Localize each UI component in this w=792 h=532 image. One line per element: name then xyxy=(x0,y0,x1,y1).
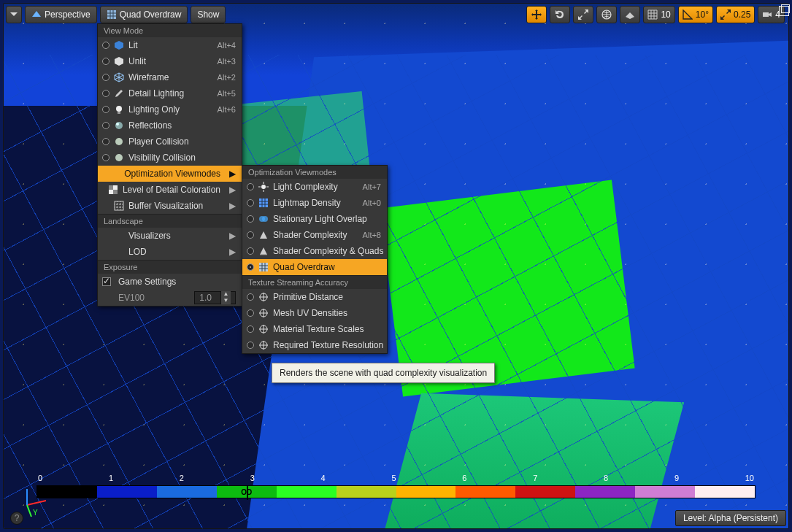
viewmode-button[interactable]: Quad Overdraw xyxy=(100,6,188,23)
opt-stationary-light-overlap[interactable]: Stationary Light Overlap xyxy=(242,211,387,227)
overlap-icon xyxy=(258,214,269,224)
opt-shader-complexity[interactable]: Shader Complexity Alt+8 xyxy=(242,227,387,243)
shader-quads-icon xyxy=(258,246,269,256)
camera-icon xyxy=(762,9,772,20)
menu-header-landscape: Landscape xyxy=(98,214,242,228)
exposure-game-settings[interactable]: Game Settings xyxy=(98,274,242,290)
svg-point-8 xyxy=(115,154,123,161)
cube-outline-icon xyxy=(114,56,124,66)
legend-segment xyxy=(396,486,456,498)
legend-tick: 8 xyxy=(604,474,608,482)
svg-rect-11 xyxy=(113,190,118,194)
viewmode-lod-coloration-submenu[interactable]: Level of Detail Coloration ▶ xyxy=(98,182,242,198)
legend-segment xyxy=(157,486,217,498)
viewmode-unlit[interactable]: Unlit Alt+3 xyxy=(98,53,242,69)
opt-quad-overdraw[interactable]: Quad Overdraw xyxy=(242,259,387,275)
status-level[interactable]: Level: Alpha (Persistent) xyxy=(675,510,786,526)
menu-header-exposure: Exposure xyxy=(98,260,242,274)
grid-snap-button[interactable]: 10 xyxy=(643,6,674,23)
opt-light-complexity[interactable]: Light Complexity Alt+7 xyxy=(242,179,387,195)
landscape-visualizers-submenu[interactable]: Visualizers ▶ xyxy=(98,228,242,244)
viewmode-lighting-only[interactable]: Lighting Only Alt+6 xyxy=(98,101,242,117)
viewmode-reflections[interactable]: Reflections xyxy=(98,117,242,134)
rotate-icon xyxy=(555,9,565,20)
transform-rotate-button[interactable] xyxy=(550,6,570,23)
scale-snap-value: 0.25 xyxy=(734,9,750,20)
globe-icon xyxy=(601,9,612,20)
svg-rect-2 xyxy=(763,12,769,17)
legend-tick: 10 xyxy=(745,474,754,482)
chevron-right-icon: ▶ xyxy=(229,231,236,241)
density-icon xyxy=(258,198,269,208)
ev100-value: 1.0 xyxy=(195,293,216,303)
svg-rect-12 xyxy=(115,201,123,210)
chevron-right-icon: ▶ xyxy=(229,169,236,179)
svg-point-16 xyxy=(262,216,268,222)
perspective-label: Perspective xyxy=(45,9,91,20)
viewport-options-dropdown[interactable] xyxy=(6,6,22,23)
legend-tick: 1 xyxy=(109,474,113,482)
perspective-button[interactable]: Perspective xyxy=(25,6,97,23)
surface-snap-button[interactable] xyxy=(620,6,640,23)
legend-tick: 0 xyxy=(38,474,42,482)
exposure-ev100: EV100 1.0 ▲▼ xyxy=(98,290,242,306)
quad-icon xyxy=(258,262,269,272)
legend-segment xyxy=(635,486,695,498)
viewmode-lit[interactable]: Lit Alt+4 xyxy=(98,37,242,53)
svg-point-5 xyxy=(115,122,123,129)
legend-segment: OD xyxy=(217,486,277,498)
spin-down[interactable]: ▼ xyxy=(220,298,231,304)
tex-material-texture-scales[interactable]: Material Texture Scales xyxy=(242,321,387,337)
tooltip: Renders the scene with quad complexity v… xyxy=(272,363,495,383)
transform-select-button[interactable] xyxy=(526,6,547,23)
tex-mesh-uv-densities[interactable]: Mesh UV Densities xyxy=(242,305,387,321)
svg-rect-10 xyxy=(109,185,113,190)
maximize-restore-button[interactable] xyxy=(779,6,789,16)
move-icon xyxy=(531,9,542,20)
viewport-toolbar-right: 10 10° 0.25 4 xyxy=(526,6,785,23)
viewport-toolbar-left: Perspective Quad Overdraw Show xyxy=(6,6,226,23)
viewmode-optimization-submenu[interactable]: Optimization Viewmodes ▶ xyxy=(98,166,242,182)
svg-point-7 xyxy=(115,138,123,145)
swatch-icon xyxy=(108,185,118,195)
help-button[interactable]: ? xyxy=(10,512,23,525)
angle-snap-value: 10° xyxy=(696,9,709,20)
tex-required-resolution[interactable]: Required Texture Resolution xyxy=(242,337,387,353)
viewmode-detail-lighting[interactable]: Detail Lighting Alt+5 xyxy=(98,85,242,101)
scale-snap-icon xyxy=(720,9,731,20)
optimization-submenu: Optimization Viewmodes Light Complexity … xyxy=(242,165,388,354)
scale-snap-button[interactable]: 0.25 xyxy=(716,6,755,23)
legend-tick: 3 xyxy=(250,474,255,482)
transform-scale-button[interactable] xyxy=(573,6,593,23)
legend-segment xyxy=(37,486,97,498)
viewmode-visibility-collision[interactable]: Visibility Collision xyxy=(98,150,242,166)
legend-segment xyxy=(455,486,515,498)
menu-header-optimization: Optimization Viewmodes xyxy=(242,166,387,179)
checkbox-icon xyxy=(102,277,111,286)
angle-snap-button[interactable]: 10° xyxy=(678,6,713,23)
collision-icon xyxy=(114,136,124,147)
crosshair-icon xyxy=(258,292,269,302)
menu-header-texture-streaming: Texture Streaming Accuracy xyxy=(242,275,387,289)
landscape-lod-submenu[interactable]: LOD ▶ xyxy=(98,244,242,260)
legend-tick: 7 xyxy=(533,474,537,482)
grid-icon xyxy=(647,9,658,20)
crosshair-icon xyxy=(258,308,269,318)
legend-tick: 5 xyxy=(391,474,396,482)
legend-segment xyxy=(575,486,635,498)
opt-shader-complexity-quads[interactable]: Shader Complexity & Quads xyxy=(242,243,387,259)
perspective-icon xyxy=(31,9,42,20)
overdraw-legend: 012345678910 OD xyxy=(36,474,756,498)
cube-icon xyxy=(114,40,124,50)
legend-tick: 6 xyxy=(462,474,466,482)
viewmode-wireframe[interactable]: Wireframe Alt+2 xyxy=(98,69,242,85)
viewmode-player-collision[interactable]: Player Collision xyxy=(98,134,242,150)
svg-point-13 xyxy=(261,185,266,189)
viewmode-buffer-visualization-submenu[interactable]: Buffer Visualization ▶ xyxy=(98,198,242,214)
ev100-spinner[interactable]: 1.0 ▲▼ xyxy=(194,291,236,304)
opt-lightmap-density[interactable]: Lightmap Density Alt+0 xyxy=(242,195,387,211)
tex-primitive-distance[interactable]: Primitive Distance xyxy=(242,289,387,305)
svg-point-3 xyxy=(116,106,122,112)
show-button[interactable]: Show xyxy=(191,6,226,23)
coord-space-button[interactable] xyxy=(596,6,617,23)
